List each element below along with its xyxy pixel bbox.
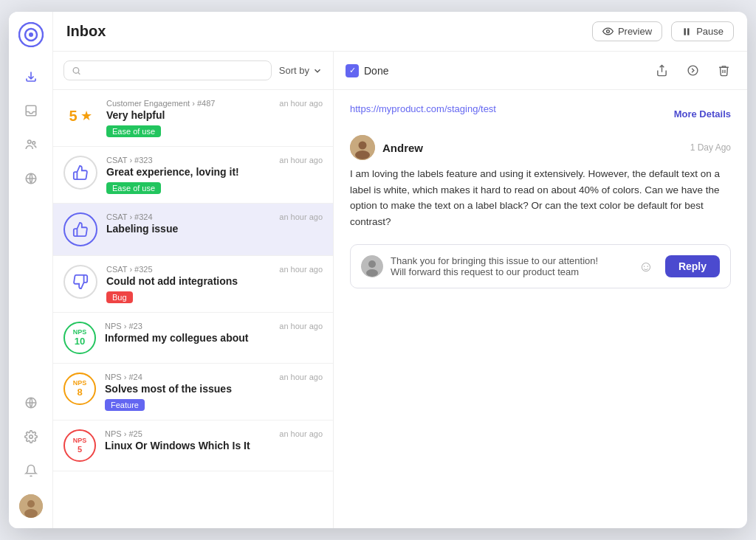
sidebar-item-bell[interactable] <box>16 456 46 485</box>
topbar: Inbox Preview Pause <box>53 12 747 52</box>
detail-content: https://myproduct.com/staging/test More … <box>334 90 747 528</box>
svg-rect-3 <box>26 105 36 116</box>
inbox-item[interactable]: 5 ★ Customer Engagement › #487 an hour a… <box>53 90 333 147</box>
main-content: Inbox Preview Pause Sort by <box>53 12 747 528</box>
right-panel: ✓ Done <box>334 52 747 528</box>
pause-icon <box>681 27 692 37</box>
svg-point-19 <box>359 142 367 150</box>
inbox-item[interactable]: NPS 8 NPS › #24 an hour ago Solves most … <box>53 364 333 420</box>
message-text: I am loving the labels feature and using… <box>350 166 731 229</box>
svg-point-10 <box>27 500 35 508</box>
sidebar-item-globe[interactable] <box>16 164 46 193</box>
svg-point-4 <box>27 140 31 144</box>
thumb-down-icon <box>63 265 97 299</box>
svg-point-15 <box>73 67 79 73</box>
inbox-item[interactable]: CSAT › #324 an hour ago Labeling issue <box>53 204 333 256</box>
sort-button[interactable]: Sort by <box>279 65 323 76</box>
star-rating-icon: 5 ★ <box>63 99 97 133</box>
sidebar-item-inbox[interactable] <box>16 96 46 125</box>
app-window: Inbox Preview Pause Sort by <box>9 12 747 528</box>
search-box[interactable] <box>63 60 272 80</box>
delete-button[interactable] <box>712 59 735 83</box>
svg-point-8 <box>29 435 32 439</box>
right-toolbar: ✓ Done <box>334 52 747 90</box>
sidebar-item-team[interactable] <box>16 130 46 159</box>
search-icon <box>72 66 81 76</box>
sidebar-item-settings-globe[interactable] <box>16 388 46 418</box>
forward-button[interactable] <box>681 59 704 83</box>
thumb-up-icon <box>63 156 97 190</box>
user-avatar[interactable] <box>19 494 43 518</box>
svg-point-2 <box>29 32 33 37</box>
thumb-up-selected-icon <box>63 212 97 246</box>
left-toolbar: Sort by <box>53 52 333 90</box>
chevron-down-icon <box>312 66 323 76</box>
inbox-item[interactable]: CSAT › #323 an hour ago Great experience… <box>53 147 333 204</box>
svg-point-5 <box>32 142 35 145</box>
svg-point-20 <box>355 150 370 159</box>
detail-url[interactable]: https://myproduct.com/staging/test <box>350 103 496 114</box>
sidebar-item-download[interactable] <box>16 62 46 91</box>
app-logo <box>18 22 44 47</box>
reply-draft-text: Thank you for bringing this issue to our… <box>391 255 627 277</box>
author-avatar <box>350 135 375 160</box>
preview-button[interactable]: Preview <box>592 21 662 41</box>
share-button[interactable] <box>650 59 673 83</box>
left-panel: Sort by 5 ★ Customer Engagement › #4 <box>53 52 334 528</box>
nps-badge-yellow: NPS 8 <box>63 373 96 405</box>
svg-point-11 <box>24 509 38 518</box>
done-checkbox[interactable]: ✓ <box>346 64 359 77</box>
inbox-list: 5 ★ Customer Engagement › #487 an hour a… <box>53 90 333 528</box>
panels: Sort by 5 ★ Customer Engagement › #4 <box>53 52 747 528</box>
author-row: Andrew 1 Day Ago <box>350 135 731 160</box>
done-status: ✓ Done <box>346 64 388 77</box>
sidebar <box>9 12 53 528</box>
inbox-item[interactable]: NPS 10 NPS › #23 an hour ago Informed my… <box>53 313 333 364</box>
svg-point-23 <box>366 269 378 277</box>
reply-avatar <box>361 255 383 277</box>
pause-button[interactable]: Pause <box>671 21 734 41</box>
inbox-item[interactable]: CSAT › #325 an hour ago Could not add in… <box>53 256 333 313</box>
eye-icon <box>602 26 614 37</box>
inbox-item[interactable]: NPS 5 NPS › #25 an hour ago Linux Or Win… <box>53 420 333 471</box>
svg-point-17 <box>688 66 698 75</box>
emoji-button[interactable]: ☺ <box>634 255 658 278</box>
toolbar-actions <box>650 59 735 83</box>
reply-button[interactable]: Reply <box>665 255 720 277</box>
svg-point-22 <box>368 260 376 268</box>
page-title: Inbox <box>66 23 583 40</box>
more-details-button[interactable]: More Details <box>674 108 731 120</box>
svg-rect-13 <box>684 28 686 35</box>
nps-badge-green: NPS 10 <box>63 322 96 354</box>
nps-badge-red: NPS 5 <box>63 429 96 462</box>
sidebar-item-gear[interactable] <box>16 422 46 451</box>
svg-rect-14 <box>687 28 689 35</box>
svg-point-12 <box>607 30 610 33</box>
search-input[interactable] <box>86 65 264 76</box>
reply-area: Thank you for bringing this issue to our… <box>350 244 731 288</box>
